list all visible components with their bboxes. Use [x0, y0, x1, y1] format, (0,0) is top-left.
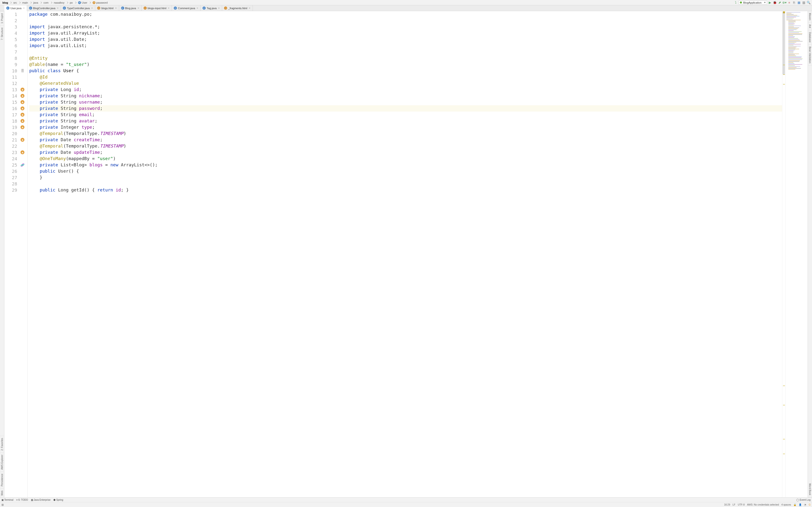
marker-bar[interactable] — [782, 11, 785, 497]
gutter-row[interactable]: 26 — [4, 168, 27, 174]
project-structure-icon[interactable]: ▥ — [802, 1, 806, 5]
todo-tab[interactable]: ≡ 6: TODO — [16, 499, 28, 501]
code-line[interactable]: import java.util.Date; — [29, 36, 782, 43]
build-icon[interactable]: ⤵ — [734, 1, 738, 5]
warning-marker[interactable] — [783, 65, 785, 65]
indent-status[interactable]: 4 spaces — [781, 503, 791, 506]
editor-gutter[interactable]: 12345678910🗄111213a14a15a16a17a18a19a202… — [4, 11, 28, 497]
gutter-row[interactable]: 2 — [4, 17, 27, 24]
close-icon[interactable]: ✕ — [138, 7, 140, 9]
close-icon[interactable]: ✕ — [115, 7, 117, 9]
gutter-row[interactable]: 5 — [4, 36, 27, 43]
jpa-attribute-icon[interactable]: a — [20, 107, 24, 110]
search-icon[interactable]: 🔍 — [807, 1, 811, 5]
profiler-button[interactable]: ⊚▾ — [782, 1, 786, 5]
breadcrumb-item[interactable]: main — [21, 1, 29, 4]
gutter-row[interactable]: 25🧬 — [4, 162, 27, 168]
close-icon[interactable]: ✕ — [23, 7, 25, 9]
editor-tab[interactable]: CUser.java✕ — [4, 5, 27, 11]
gutter-row[interactable]: 10🗄 — [4, 68, 27, 74]
gutter-row[interactable]: 16a — [4, 105, 27, 112]
editor-tab[interactable]: ⬡blogs.html✕ — [95, 5, 119, 11]
gutter-row[interactable]: 4 — [4, 30, 27, 36]
file-encoding[interactable]: UTF-8 — [738, 503, 745, 506]
code-line[interactable]: @Temporal(TemporalType.TIMESTAMP) — [29, 143, 782, 149]
close-icon[interactable]: ✕ — [249, 7, 251, 9]
code-line[interactable]: private Date createTime; — [29, 137, 782, 143]
gutter-row[interactable]: 11 — [4, 74, 27, 80]
code-line[interactable]: import java.util.List; — [29, 43, 782, 49]
warning-marker[interactable] — [783, 84, 785, 84]
git-icon[interactable]: G — [809, 503, 811, 506]
editor-tab[interactable]: CTag.java✕ — [201, 5, 222, 11]
code-line[interactable]: public Long getId() { return id; } — [29, 187, 782, 193]
code-line[interactable]: private String email; — [29, 112, 782, 118]
jpa-attribute-icon[interactable]: a — [20, 113, 24, 117]
code-line[interactable]: private String password; — [29, 105, 782, 112]
code-line[interactable]: private String username; — [29, 99, 782, 105]
code-line[interactable]: private String nickname; — [29, 93, 782, 99]
gutter-row[interactable]: 9 — [4, 61, 27, 68]
minimap[interactable] — [785, 11, 808, 497]
tool-window-button[interactable]: Bean Validation — [808, 45, 812, 65]
tool-window-button[interactable]: Web — [0, 489, 4, 497]
vcs-commit-icon[interactable]: ⎘ — [792, 1, 796, 5]
tool-window-button[interactable]: Persistence — [0, 471, 4, 488]
tool-window-button[interactable]: Word Book — [808, 482, 812, 497]
coverage-button[interactable]: ⬈ — [778, 1, 781, 5]
gutter-row[interactable]: 8 — [4, 55, 27, 61]
breadcrumb-item[interactable]: fpassword — [92, 1, 108, 4]
jpa-attribute-icon[interactable]: a — [20, 119, 24, 123]
editor-tab[interactable]: ⬡blogs-input.html✕ — [142, 5, 172, 11]
tool-window-button[interactable]: Maven — [808, 11, 812, 22]
code-line[interactable]: @Table(name = "t_user") — [29, 61, 782, 68]
close-icon[interactable]: ✕ — [197, 7, 198, 9]
gutter-row[interactable]: 7 — [4, 49, 27, 55]
gutter-row[interactable]: 20 — [4, 130, 27, 137]
code-line[interactable]: private Date updateTime; — [29, 149, 782, 156]
code-line[interactable]: private Long id; — [29, 87, 782, 93]
code-line[interactable]: public class User { — [29, 68, 782, 74]
close-icon[interactable]: ✕ — [168, 7, 170, 9]
editor-tab[interactable]: CComment.java✕ — [172, 5, 201, 11]
gutter-row[interactable]: 21a — [4, 137, 27, 143]
breadcrumb-item[interactable]: java — [33, 1, 39, 4]
tool-window-button[interactable]: Database — [808, 30, 812, 45]
warning-marker[interactable] — [783, 386, 785, 386]
warning-marker[interactable] — [783, 454, 785, 454]
translate-icon[interactable]: ▦ — [797, 1, 801, 5]
gutter-row[interactable]: 28 — [4, 181, 27, 187]
gutter-row[interactable]: 19a — [4, 124, 27, 130]
event-log-tab[interactable]: ◯ Event Log — [796, 499, 811, 501]
editor-tab[interactable]: CBlog.java✕ — [119, 5, 142, 11]
gutter-row[interactable]: 22 — [4, 143, 27, 149]
line-separator[interactable]: LF — [732, 503, 735, 506]
gutter-row[interactable]: 29 — [4, 187, 27, 193]
code-area[interactable]: package com.nasaiboy.po;import javax.per… — [28, 11, 782, 497]
debug-button[interactable]: 🐞 — [773, 1, 777, 5]
gutter-row[interactable]: 12 — [4, 80, 27, 87]
aws-status[interactable]: AWS: No credentials selected — [747, 503, 779, 506]
code-line[interactable]: @Temporal(TemporalType.TIMESTAMP) — [29, 130, 782, 137]
warning-marker[interactable] — [783, 439, 785, 439]
breadcrumb-item[interactable]: po — [69, 1, 74, 4]
memory-icon[interactable]: ◔ — [804, 503, 806, 506]
jpa-attribute-icon[interactable]: a — [20, 100, 24, 104]
cursor-position[interactable]: 16:29 — [724, 503, 730, 506]
jpa-attribute-icon[interactable]: a — [20, 88, 24, 92]
code-line[interactable]: package com.nasaiboy.po; — [29, 11, 782, 17]
code-line[interactable]: private Integer type; — [29, 124, 782, 130]
jpa-entity-icon[interactable]: 🗄 — [21, 69, 24, 73]
close-icon[interactable]: ✕ — [218, 7, 220, 9]
editor-tab[interactable]: CBlogController.java✕ — [27, 5, 61, 11]
close-icon[interactable]: ✕ — [91, 7, 93, 9]
spring-tab[interactable]: ⬢ Spring — [53, 499, 63, 501]
tool-window-button[interactable]: 2: Favorites — [0, 436, 4, 452]
editor-tab[interactable]: CTypeController.java✕ — [61, 5, 95, 11]
java-ee-tab[interactable]: ▦ Java Enterprise — [31, 499, 51, 501]
code-line[interactable]: private List<Blog> blogs = new ArrayList… — [29, 162, 782, 168]
breadcrumb-item[interactable]: src — [12, 1, 18, 4]
code-line[interactable]: @Id — [29, 74, 782, 80]
close-icon[interactable]: ✕ — [57, 7, 59, 9]
gutter-row[interactable]: 17a — [4, 112, 27, 118]
